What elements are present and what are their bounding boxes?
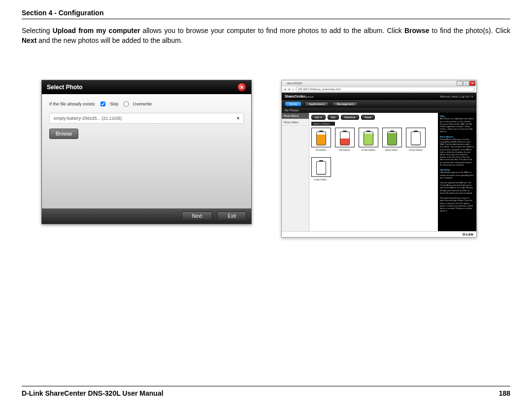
body-bold-1: Upload from my computer [53,27,140,34]
thumb-label: empty-battery [406,149,426,151]
nav-fwd-icon[interactable]: ► [288,88,291,91]
url-text: 192.168.0.104/photo_center/index.html [298,88,341,91]
body-text-3: to find the photo(s). Click [429,27,510,34]
body-bold-3: Next [22,36,36,44]
body-text-4: and the new photos will be added to the … [36,36,183,44]
remove-file-button[interactable]: × [237,116,239,121]
album-name-label: Select a Album [311,122,335,126]
minimize-icon[interactable]: – [457,81,463,86]
browse-button[interactable]: Browse [49,129,78,139]
thumb-label: full-battery- [311,149,331,151]
close-icon: ✕ [240,85,244,90]
photo-thumbnail[interactable] [311,128,331,147]
selected-file-box: empty-battery-256x25... (21.11KB) × [49,113,244,124]
help-text-2: Photo Albums allow you to create complet… [440,138,474,166]
url-field[interactable]: 192.168.0.104/photo_center/index.html [296,87,474,92]
photo-thumbnail[interactable] [406,128,426,147]
body-text-1: Selecting [22,27,53,34]
main-nav: Home Applications Management [282,100,476,108]
brand: ShareCenter [285,95,305,98]
window-controls: – □ ✕ [457,81,475,86]
sharecenter-footer: D-Link [282,231,476,237]
dialog-titlebar: Select Photo ✕ [42,80,251,94]
nav-applications[interactable]: Applications [304,102,329,106]
footer-page: 188 [499,389,510,397]
subheader: My Photos [282,108,476,113]
slideshow-button[interactable]: Slideshow [341,115,359,120]
dialog-title-text: Select Photo [47,84,83,91]
exit-button[interactable]: Exit [217,211,246,221]
photo-thumbnail[interactable] [311,157,331,177]
dialog-footer: Next Exit [42,208,251,224]
help-panel: Help... My Photos is an application that… [438,113,476,231]
maximize-icon[interactable]: □ [463,81,469,86]
sharecenter-header: ShareCenterby D-Link Welcome, admin | Lo… [282,93,476,100]
file-exists-row: If the file already exists: Skip Overwri… [49,100,244,108]
welcome-text[interactable]: Welcome, admin | Log Out | ▼ [440,95,473,98]
photo-thumbnail[interactable] [359,128,378,147]
thumbnail-grid: full-battery-half-battery-no-bar-battery… [311,128,436,183]
close-button[interactable]: ✕ [237,83,246,92]
photo-thumbnail[interactable] [382,128,402,147]
photo-thumbnail[interactable] [335,128,355,147]
edit-button[interactable]: Edit [328,115,339,120]
dialog-body: If the file already exists: Skip Overwri… [42,94,251,208]
body-text-2: allows you to browse your computer to fi… [140,27,404,34]
window-chrome: dlink-DNS320 – □ ✕ [282,80,476,86]
main-panel: Add ▼ Edit Slideshow Delete Select a Alb… [309,113,438,231]
help-text-1: My Photos is an application that allows … [440,117,474,133]
section-title: Section 4 - Configuration [22,9,510,17]
next-button[interactable]: Next [182,211,213,221]
footer-product: D-Link ShareCenter DNS-320L User Manual [22,389,164,397]
address-bar: ◄ ► ⌂ 192.168.0.104/photo_center/index.h… [282,86,476,93]
exists-label: If the file already exists: [49,102,96,106]
page-footer: D-Link ShareCenter DNS-320L User Manual … [22,382,510,397]
divider-bottom [22,386,510,386]
file-name: empty-battery-256x25... (21.11KB) [54,116,122,121]
home-icon[interactable]: ⌂ [293,88,294,91]
sidebar: Photo Albums Photo Gallery [282,113,309,231]
thumb-label: empty-batter... [311,178,331,181]
browser-window: dlink-DNS320 – □ ✕ ◄ ► ⌂ 192.168.0.104/p… [281,80,477,238]
sidebar-item-gallery[interactable]: Photo Gallery [282,119,309,126]
brand-sub: by D-Link [305,96,314,98]
skip-label: Skip [110,102,119,106]
nav-back-icon[interactable]: ◄ [284,88,286,91]
thumb-label: half-battery- [335,149,355,151]
thumb-label: no-bar-battery [359,149,378,151]
overwrite-label: Overwrite [133,102,152,106]
nav-management[interactable]: Management [332,102,358,106]
sharecenter-body: Photo Albums Photo Gallery Add ▼ Edit Sl… [282,113,476,231]
help-text-3: Uploading images from the NAS is a simpl… [440,171,474,179]
tab-label[interactable]: dlink-DNS320 [283,82,302,85]
body-bold-2: Browse [404,27,430,34]
sidebar-item-albums[interactable]: Photo Albums [282,113,309,119]
help-text-4: Click the Upload from NAS link. The Crea… [440,181,474,194]
thumb-label: green-batter... [382,149,402,151]
delete-button[interactable]: Delete [361,115,375,120]
divider-top [22,19,510,19]
nav-home[interactable]: Home [285,102,301,106]
skip-checkbox[interactable] [100,102,105,106]
body-paragraph: Selecting Upload from my computer allows… [22,26,510,45]
overwrite-checkbox[interactable] [124,102,129,106]
add-button[interactable]: Add ▼ [311,115,326,120]
select-photo-dialog: Select Photo ✕ If the file already exist… [41,80,252,224]
album-toolbar: Add ▼ Edit Slideshow Delete [311,115,436,120]
screenshots-row: Select Photo ✕ If the file already exist… [22,80,510,238]
window-close-icon[interactable]: ✕ [469,81,475,86]
help-text-5: This panel also lets you create an album… [440,197,474,212]
